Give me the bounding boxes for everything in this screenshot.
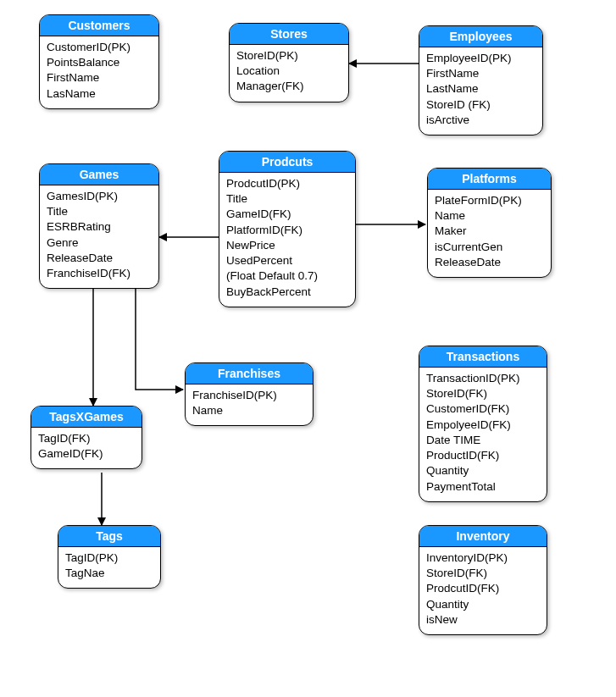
attribute: Name — [435, 208, 544, 224]
attribute: StoreID(PK) — [236, 48, 341, 64]
attribute: PlateFormID(PK) — [435, 193, 544, 208]
attribute: (Float Default 0.7) — [226, 268, 348, 284]
entity-body: GamesID(PK)TitleESRBRatingGenreReleaseDa… — [40, 185, 158, 288]
attribute: BuyBackPercent — [226, 285, 348, 300]
attribute: FranchiseID(FK) — [47, 266, 152, 281]
attribute: UsedPercent — [226, 253, 348, 268]
attribute: Maker — [435, 224, 544, 239]
attribute: ESRBRating — [47, 219, 152, 235]
entity-header: Tags — [58, 526, 160, 547]
entity-header: TagsXGames — [31, 407, 142, 428]
entity-header: Inventory — [419, 526, 547, 547]
entity-platforms: PlatformsPlateFormID(PK)NameMakerisCurre… — [427, 168, 552, 278]
attribute: TagID(FK) — [38, 431, 135, 446]
entity-body: TransactionID(PK)StoreID(FK)CustomerID(F… — [419, 368, 547, 501]
attribute: Location — [236, 64, 341, 79]
attribute: GameID(FK) — [226, 207, 348, 222]
entity-tags: TagsTagID(PK)TagNae — [58, 525, 161, 589]
attribute: LastName — [426, 81, 536, 97]
entity-body: ProdcutID(PK)TitleGameID(FK)PlatformID(F… — [219, 173, 355, 307]
entity-body: TagID(FK)GameID(FK) — [31, 428, 142, 468]
entity-body: InventoryID(PK)StoreID(FK)ProdcutID(FK)Q… — [419, 547, 547, 634]
entity-body: StoreID(PK)LocationManager(FK) — [230, 45, 348, 102]
entity-body: TagID(PK)TagNae — [58, 547, 160, 588]
attribute: FirstName — [426, 66, 536, 81]
attribute: PlatformID(FK) — [226, 223, 348, 238]
er-diagram-canvas: CustomersCustomerID(PK)PointsBalanceFirs… — [0, 0, 616, 697]
attribute: PaymentTotal — [426, 479, 540, 495]
entity-header: Platforms — [428, 169, 551, 190]
attribute: GamesID(PK) — [47, 189, 152, 204]
entity-body: FranchiseID(PK)Name — [186, 384, 313, 425]
entity-header: Employees — [419, 26, 542, 47]
entity-employees: EmployeesEmployeeID(PK)FirstNameLastName… — [419, 25, 543, 136]
attribute: Quantity — [426, 463, 540, 478]
attribute: PointsBalance — [47, 55, 152, 70]
attribute: StoreID(FK) — [426, 386, 540, 401]
attribute: TagNae — [65, 566, 153, 581]
attribute: Date TIME — [426, 433, 540, 448]
entity-products: ProdcutsProdcutID(PK)TitleGameID(FK)Plat… — [219, 151, 356, 307]
entity-header: Prodcuts — [219, 152, 355, 173]
attribute: Title — [47, 204, 152, 219]
entity-header: Stores — [230, 24, 348, 45]
attribute: ProdcutID(PK) — [226, 176, 348, 191]
attribute: ProdcutID(FK) — [426, 581, 540, 596]
attribute: FranchiseID(PK) — [192, 388, 306, 403]
attribute: isArctive — [426, 113, 536, 128]
attribute: CustomerID(FK) — [426, 401, 540, 417]
entity-games: GamesGamesID(PK)TitleESRBRatingGenreRele… — [39, 163, 159, 289]
attribute: isCurrentGen — [435, 240, 544, 255]
attribute: FirstName — [47, 70, 152, 86]
attribute: LasName — [47, 86, 152, 102]
attribute: GameID(FK) — [38, 446, 135, 462]
attribute: StoreID(FK) — [426, 566, 540, 581]
attribute: Title — [226, 191, 348, 207]
attribute: EmployeeID(PK) — [426, 51, 536, 66]
entity-body: PlateFormID(PK)NameMakerisCurrentGenRele… — [428, 190, 551, 277]
entity-header: Franchises — [186, 363, 313, 384]
entity-header: Transactions — [419, 346, 547, 368]
entity-franchises: FranchisesFranchiseID(PK)Name — [185, 362, 314, 426]
attribute: Manager(FK) — [236, 79, 341, 94]
entity-tagsxgames: TagsXGamesTagID(FK)GameID(FK) — [31, 406, 142, 469]
attribute: EmpolyeeID(FK) — [426, 418, 540, 433]
attribute: NewPrice — [226, 238, 348, 253]
entity-customers: CustomersCustomerID(PK)PointsBalanceFirs… — [39, 14, 159, 109]
attribute: Genre — [47, 235, 152, 251]
entity-body: CustomerID(PK)PointsBalanceFirstNameLasN… — [40, 36, 158, 108]
attribute: ProductID(FK) — [426, 448, 540, 463]
attribute: CustomerID(PK) — [47, 40, 152, 55]
attribute: ReleaseDate — [435, 255, 544, 270]
attribute: TransactionID(PK) — [426, 371, 540, 386]
entity-header: Customers — [40, 15, 158, 36]
entity-inventory: InventoryInventoryID(PK)StoreID(FK)Prodc… — [419, 525, 547, 635]
entity-stores: StoresStoreID(PK)LocationManager(FK) — [229, 23, 349, 102]
entity-header: Games — [40, 164, 158, 185]
attribute: TagID(PK) — [65, 550, 153, 566]
attribute: Name — [192, 403, 306, 418]
attribute: Quantity — [426, 597, 540, 612]
attribute: StoreID (FK) — [426, 97, 536, 113]
entity-body: EmployeeID(PK)FirstNameLastNameStoreID (… — [419, 47, 542, 135]
entity-transactions: TransactionsTransactionID(PK)StoreID(FK)… — [419, 346, 547, 502]
attribute: isNew — [426, 612, 540, 628]
attribute: ReleaseDate — [47, 251, 152, 266]
attribute: InventoryID(PK) — [426, 550, 540, 566]
